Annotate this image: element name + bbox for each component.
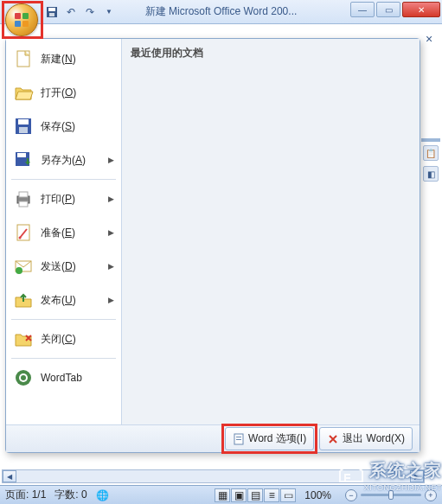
menu-item-wordtab[interactable]: WordTab [8,361,119,394]
window-title: 新建 Microsoft Office Word 200... [145,4,298,19]
new-icon [13,48,34,69]
zoom-slider[interactable]: − + [345,489,437,501]
zoom-in-icon[interactable]: + [425,489,437,501]
zoom-track[interactable] [361,494,421,496]
panel-icon[interactable]: ◧ [423,166,439,182]
svg-point-18 [19,237,22,239]
send-icon [13,256,34,277]
prepare-icon [13,222,34,243]
zoom-thumb[interactable] [388,490,394,500]
quick-access-toolbar: ↶ ↷ ▼ [45,5,116,19]
submenu-arrow-icon: ▶ [108,228,114,237]
svg-rect-1 [48,8,55,11]
save-icon[interactable] [45,5,59,19]
submenu-arrow-icon: ▶ [108,156,114,164]
print-layout-view-icon[interactable]: ▦ [215,488,230,502]
scroll-right-icon[interactable]: ▶ [410,470,424,482]
menu-item-open[interactable]: 打开(O) [8,76,119,109]
save-as-icon [13,150,34,170]
svg-rect-2 [49,13,54,16]
menu-command-list: 新建(N) 打开(O) 保存(S) 另存为(A) ▶ 打印(P) ▶ [6,39,122,424]
close-button[interactable]: ✕ [402,2,440,17]
zoom-out-icon[interactable]: − [345,489,357,501]
submenu-arrow-icon: ▶ [108,195,114,203]
maximize-button[interactable]: ▭ [376,2,400,17]
word-count[interactable]: 字数: 0 [54,488,86,502]
open-icon [13,82,34,103]
page-indicator[interactable]: 页面: 1/1 [5,488,46,502]
menu-item-save[interactable]: 保存(S) [8,110,119,143]
status-bar: 页面: 1/1 字数: 0 🌐 ▦ ▣ ▤ ≡ ▭ 100% − + [0,485,442,504]
svg-point-23 [21,375,26,380]
svg-rect-5 [15,21,21,27]
side-panel-icons: 📋 ◧ [423,145,439,182]
recent-documents-header: 最近使用的文档 [131,46,411,61]
word-options-button[interactable]: Word 选项(I) [225,427,314,450]
svg-rect-7 [17,51,29,67]
minimize-button[interactable]: — [350,2,375,17]
svg-rect-12 [17,153,26,157]
submenu-arrow-icon: ▶ [108,296,114,304]
svg-rect-4 [22,13,29,19]
svg-rect-16 [19,201,28,207]
print-icon [13,188,34,209]
undo-icon[interactable]: ↶ [64,5,78,19]
options-icon [233,433,245,445]
scroll-left-icon[interactable]: ◀ [3,470,16,482]
menu-item-send[interactable]: 发送(D) ▶ [8,250,119,283]
svg-rect-25 [236,437,241,437]
submenu-arrow-icon: ▶ [108,262,114,271]
exit-icon [327,433,339,445]
svg-rect-10 [19,127,28,133]
close-doc-icon [13,329,34,349]
draft-view-icon[interactable]: ▭ [280,488,296,502]
document-close-icon[interactable]: × [421,31,437,47]
redo-icon[interactable]: ↷ [83,5,97,19]
window-controls: — ▭ ✕ [350,2,440,17]
horizontal-scrollbar[interactable]: ◀ ▶ [2,469,425,483]
outline-view-icon[interactable]: ≡ [264,488,279,502]
menu-item-new[interactable]: 新建(N) [8,42,119,75]
web-layout-view-icon[interactable]: ▤ [247,488,263,502]
svg-rect-15 [19,192,28,197]
language-icon[interactable]: 🌐 [96,489,109,501]
menu-separator [11,319,116,320]
menu-separator [11,358,116,359]
office-button[interactable] [5,3,38,36]
view-buttons: ▦ ▣ ▤ ≡ ▭ [215,488,296,502]
zoom-level[interactable]: 100% [304,489,331,501]
menu-item-print[interactable]: 打印(P) ▶ [8,182,119,215]
save-icon [13,116,34,137]
svg-rect-26 [236,439,241,440]
clipboard-icon[interactable]: 📋 [423,145,439,161]
svg-point-20 [16,267,22,274]
full-screen-view-icon[interactable]: ▣ [231,488,247,502]
svg-rect-9 [18,119,29,124]
svg-rect-13 [27,158,29,163]
recent-documents-panel: 最近使用的文档 [122,39,420,424]
title-bar: ↶ ↷ ▼ 新建 Microsoft Office Word 200... — … [0,0,442,24]
ruler-divider [421,138,440,142]
qat-dropdown-icon[interactable]: ▼ [102,5,116,19]
svg-rect-3 [15,13,21,19]
menu-item-save-as[interactable]: 另存为(A) ▶ [8,144,119,176]
menu-item-close[interactable]: 关闭(C) [8,322,119,355]
menu-item-prepare[interactable]: 准备(E) ▶ [8,216,119,249]
svg-rect-6 [22,21,29,27]
menu-footer: Word 选项(I) 退出 Word(X) [6,424,420,452]
menu-item-publish[interactable]: 发布(U) ▶ [8,284,119,316]
exit-word-button[interactable]: 退出 Word(X) [319,427,413,450]
menu-separator [11,179,116,180]
wordtab-icon [13,367,34,388]
office-menu: 新建(N) 打开(O) 保存(S) 另存为(A) ▶ 打印(P) ▶ [5,38,420,453]
publish-icon [13,290,34,310]
